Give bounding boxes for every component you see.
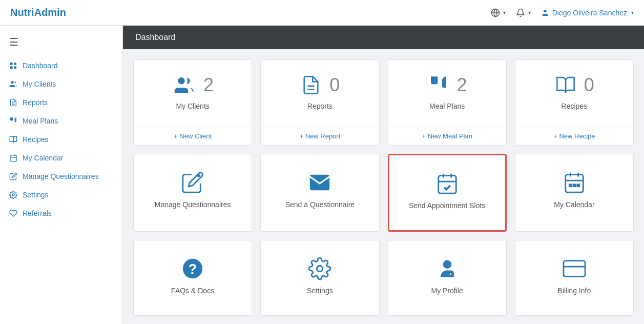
clients-icon [9, 80, 17, 88]
card-send-questionnaire[interactable]: Send a Questionnaire [260, 154, 379, 232]
sidebar-item-label: Reports [23, 98, 48, 107]
card-my-calendar[interactable]: My Calendar [515, 154, 634, 232]
sidebar-item-meal-plans[interactable]: Meal Plans [0, 112, 122, 130]
card-manage-questionnaires[interactable]: Manage Questionnaires [133, 154, 252, 232]
card-top: Send a Questionnaire [261, 154, 379, 229]
referrals-icon [9, 209, 17, 217]
recipes-card-icon [554, 75, 577, 95]
card-label: FAQs & Docs [171, 287, 214, 305]
card-billing-info[interactable]: Billing Info [515, 240, 634, 316]
faq-card-icon: ? [181, 257, 204, 280]
card-action[interactable]: + New Recipe [515, 127, 633, 145]
card-icon-count [435, 172, 459, 195]
card-faqs-docs[interactable]: ? FAQs & Docs [133, 240, 252, 316]
card-icon-count [563, 171, 586, 194]
card-icon-count [308, 257, 331, 280]
globe-chevron: ▾ [503, 10, 506, 15]
card-top: + My Profile [388, 240, 506, 315]
svg-rect-4 [14, 63, 16, 65]
questionnaires-icon [9, 172, 17, 180]
sidebar-item-recipes[interactable]: Recipes [0, 130, 122, 149]
card-icon-count: 2 [172, 74, 214, 96]
calendar-card-icon [563, 171, 586, 194]
billing-card-icon [563, 257, 586, 280]
card-icon-count [181, 171, 204, 194]
sidebar-item-my-clients[interactable]: My Clients [0, 75, 122, 93]
card-icon-count: 0 [300, 74, 340, 96]
card-icon-count: 2 [427, 74, 467, 96]
svg-rect-6 [14, 66, 16, 69]
sidebar-item-label: Recipes [23, 135, 49, 144]
clients-card-icon [172, 75, 196, 95]
user-button[interactable]: Diego Oliveira Sanchez ▾ [541, 9, 634, 17]
sidebar-item-settings[interactable]: Settings [0, 186, 122, 204]
card-label: Manage Questionnaires [155, 200, 231, 219]
svg-rect-10 [10, 155, 16, 161]
card-settings[interactable]: Settings [260, 240, 379, 316]
card-action[interactable]: + New Report [261, 127, 379, 145]
profile-card-icon: + [435, 257, 459, 280]
card-action[interactable]: + New Meal Plan [388, 127, 506, 145]
card-recipes[interactable]: 0 Recipes + New Recipe [515, 59, 634, 146]
card-label: Settings [307, 287, 333, 305]
top-navigation: NutriAdmin ▾ ▾ Diego Oliveira Sanchez ▾ [0, 0, 644, 26]
card-send-appointment-slots[interactable]: Send Appointment Slots [388, 154, 507, 232]
svg-rect-5 [10, 66, 13, 69]
settings-icon [9, 191, 17, 199]
card-top: Manage Questionnaires [134, 154, 252, 229]
svg-text:?: ? [189, 261, 197, 277]
svg-text:+: + [449, 271, 452, 277]
svg-point-18 [197, 174, 200, 177]
reports-card-icon [300, 75, 322, 95]
sidebar-item-label: Meal Plans [23, 117, 58, 125]
dashboard-grid: 2 My Clients + New Client 0 Reports [123, 49, 644, 324]
card-count: 0 [329, 74, 340, 96]
sidebar-item-reports[interactable]: Reports [0, 93, 122, 112]
sidebar-item-referrals[interactable]: Referrals [0, 204, 122, 222]
card-count: 2 [203, 74, 214, 96]
sidebar-item-manage-questionnaires[interactable]: Manage Questionnaires [0, 167, 122, 186]
svg-rect-29 [577, 185, 579, 187]
questionnaires-card-icon [181, 171, 204, 194]
sidebar-item-my-calendar[interactable]: My Calendar [0, 149, 122, 167]
sidebar-item-label: My Clients [23, 80, 56, 88]
card-count: 0 [584, 74, 594, 96]
page-header: Dashboard [123, 26, 644, 49]
card-top: ? FAQs & Docs [134, 240, 252, 315]
bell-chevron: ▾ [528, 10, 531, 15]
card-top: 0 Reports [261, 60, 379, 127]
sidebar-item-label: Referrals [23, 209, 52, 217]
card-my-clients[interactable]: 2 My Clients + New Client [133, 59, 252, 146]
svg-rect-36 [564, 261, 585, 277]
hamburger-button[interactable]: ☰ [0, 31, 122, 56]
card-top: My Calendar [515, 154, 633, 229]
card-my-profile[interactable]: + My Profile [388, 240, 507, 316]
meal-plans-card-icon [427, 75, 450, 95]
card-top: Billing Info [515, 240, 633, 315]
meal-plans-icon [9, 117, 17, 125]
recipes-icon [9, 135, 17, 144]
card-top: Settings [261, 240, 379, 315]
svg-point-14 [12, 194, 14, 196]
card-label: Billing Info [558, 287, 591, 305]
card-meal-plans[interactable]: 2 Meal Plans + New Meal Plan [388, 59, 507, 146]
card-action[interactable]: + New Client [134, 127, 252, 145]
sidebar-item-label: Settings [23, 191, 49, 199]
svg-rect-27 [569, 185, 571, 187]
svg-point-32 [317, 266, 323, 272]
card-reports[interactable]: 0 Reports + New Report [260, 59, 379, 146]
globe-icon [491, 8, 500, 17]
svg-point-7 [11, 81, 13, 84]
sidebar: ☰ Dashboard My Clients Reports Meal Plan… [0, 26, 123, 324]
main-content: Dashboard 2 My Clients + New Client [123, 26, 644, 324]
card-label: My Profile [431, 287, 463, 305]
globe-button[interactable]: ▾ [491, 8, 506, 17]
bell-button[interactable]: ▾ [516, 8, 531, 17]
card-icon-count: 0 [554, 74, 594, 96]
sidebar-item-label: My Calendar [23, 154, 63, 162]
settings-card-icon [308, 257, 331, 280]
sidebar-item-dashboard[interactable]: Dashboard [0, 56, 122, 75]
svg-point-33 [443, 260, 451, 269]
card-top: 2 My Clients [134, 60, 252, 127]
card-top: Send Appointment Slots [389, 155, 505, 230]
